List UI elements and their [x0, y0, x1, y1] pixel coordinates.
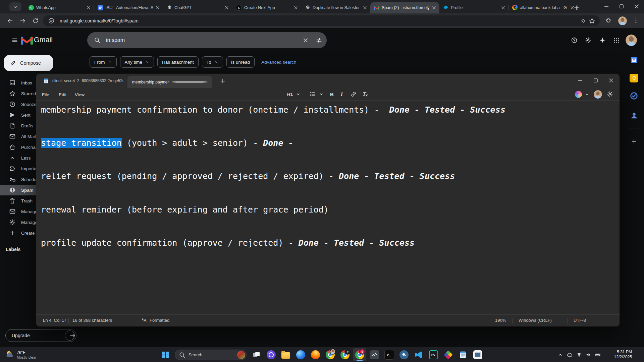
notepad-maximize-button[interactable] [588, 75, 603, 86]
notepad-account-button[interactable] [594, 90, 602, 98]
browser-tab-isij-automation-flows-s[interactable]: ISIJ - Automation/Flows S [94, 2, 163, 13]
tray-chevron-up-icon[interactable] [557, 352, 563, 358]
advanced-search-link[interactable]: Advanced search [261, 60, 296, 65]
menu-file[interactable]: File [39, 90, 52, 99]
weather-widget[interactable]: 76°F Mostly clear [2, 349, 40, 361]
notepad-tab-membership-active[interactable]: membership payment confirmation [127, 76, 212, 88]
taskbar-app-chrome-2-icon[interactable] [338, 348, 352, 361]
upgrade-button[interactable]: Upgrade [5, 329, 76, 342]
compose-button[interactable]: Compose [4, 55, 53, 71]
insert-link-button[interactable] [350, 90, 357, 98]
taskbar-app-file-explorer-icon[interactable] [279, 348, 292, 361]
clear-formatting-button[interactable] [362, 90, 368, 98]
notepad-close-button[interactable] [604, 75, 619, 86]
line-ending[interactable]: Windows (CRLF) [519, 318, 552, 323]
new-tab-button[interactable] [572, 3, 581, 12]
close-button[interactable] [629, 0, 644, 13]
bold-button[interactable]: B [330, 90, 334, 98]
taskbar-app-pycharm-icon[interactable]: PC [427, 348, 440, 361]
heading-style-button[interactable]: H1 [287, 90, 302, 98]
taskbar-app-screen-capture-icon[interactable] [471, 348, 484, 361]
browser-tab-duplicate-flow-in-salesfor[interactable]: Duplicate flow in Salesfor [301, 2, 370, 13]
clear-search-button[interactable] [300, 35, 311, 46]
filter-chip-any-time[interactable]: Any time [120, 56, 154, 68]
main-menu-button[interactable] [9, 34, 21, 46]
taskbar-app-video-app-icon[interactable] [264, 348, 278, 361]
site-info-button[interactable] [47, 16, 56, 25]
taskbar-app-chrome-1-icon[interactable] [323, 348, 337, 361]
filter-chip-from[interactable]: From [90, 56, 117, 68]
tray-battery-icon[interactable] [595, 352, 601, 358]
filter-chip-has-attachment[interactable]: Has attachment [157, 56, 199, 68]
encoding[interactable]: UTF-8 [574, 318, 586, 323]
browser-menu-button[interactable] [631, 16, 641, 25]
side-panel-contacts-button[interactable] [628, 110, 640, 122]
tab-search-button[interactable] [9, 2, 21, 11]
menu-edit[interactable]: Edit [56, 90, 69, 99]
browser-tab-create-next-app[interactable]: Create Next App [232, 2, 301, 13]
forward-button[interactable] [18, 16, 28, 25]
browser-tab-allahumma-barik-laha-g[interactable]: allahumma barik laha - G [508, 2, 578, 13]
clock-widget[interactable]: 5:31 PM 12/2/2025 [614, 350, 632, 360]
tab-close-button[interactable] [293, 5, 299, 10]
reading-mode-button[interactable] [579, 16, 588, 25]
browser-tab-chatgpt[interactable]: ChatGPT [163, 2, 232, 13]
google-apps-button[interactable] [610, 34, 623, 46]
search-input[interactable]: in:spam [106, 37, 300, 43]
support-button[interactable] [568, 34, 580, 46]
back-button[interactable] [5, 16, 15, 25]
address-bar[interactable]: mail.google.com/mail/u/0/?ogbl#spam [43, 15, 600, 26]
browser-tab-profile[interactable]: Profile [439, 2, 508, 13]
taskbar-app-terminal-icon[interactable]: >_ [382, 348, 396, 361]
minimize-button[interactable] [599, 0, 614, 13]
tray-cloud-icon[interactable] [567, 352, 573, 358]
notepad-titlebar[interactable]: client_secret_2_60053885332-2reqe52rrib … [36, 74, 620, 88]
tab-close-button[interactable] [224, 5, 229, 10]
copilot-button[interactable] [575, 90, 590, 98]
taskbar-app-vscode-icon[interactable] [412, 348, 425, 361]
taskbar-app-task-view-icon[interactable] [250, 348, 263, 361]
gmail-search-bar[interactable]: in:spam [87, 32, 327, 48]
browser-tab-spam-2-ishann-tforce[interactable]: Spam (2) - ishann.tforce@ [370, 2, 439, 13]
side-panel-keep-button[interactable] [628, 72, 640, 84]
notepad-new-tab-button[interactable] [219, 77, 227, 85]
menu-view[interactable]: View [72, 90, 88, 99]
italic-button[interactable]: I [341, 90, 343, 98]
tray-volume-icon[interactable] [586, 352, 591, 358]
account-button[interactable] [625, 34, 637, 46]
browser-profile-button[interactable] [618, 16, 627, 25]
notepad-settings-button[interactable] [606, 90, 613, 98]
list-style-button[interactable] [309, 90, 325, 98]
extensions-button[interactable] [604, 16, 613, 25]
side-panel-calendar-button[interactable]: 31 [628, 54, 640, 66]
gemini-button[interactable] [596, 34, 608, 46]
taskbar-search[interactable]: Search [175, 350, 247, 360]
bookmark-button[interactable] [588, 16, 596, 25]
taskbar-app-notepad-icon[interactable] [456, 348, 470, 361]
taskbar-app-edge-icon[interactable] [294, 348, 307, 361]
search-options-button[interactable] [313, 35, 325, 46]
reload-button[interactable] [31, 16, 40, 25]
tab-close-button[interactable] [362, 5, 368, 10]
tab-close-button[interactable] [155, 5, 160, 10]
taskbar-app-jetbrains-toolbox-icon[interactable] [441, 348, 455, 361]
taskbar-app-system-monitor-icon[interactable] [368, 348, 381, 361]
upgrade-arrow-button[interactable] [65, 330, 75, 341]
notepad-editor[interactable]: membership payment confirmation to donor… [36, 101, 620, 314]
start-button[interactable] [160, 349, 171, 361]
taskbar-app-chrome-3-icon[interactable]: S [353, 348, 366, 361]
taskbar-app-firefox-icon[interactable] [309, 348, 322, 361]
tray-wifi-icon[interactable] [576, 352, 582, 358]
tab-close-button[interactable] [431, 5, 437, 10]
side-panel-add-button[interactable] [628, 135, 640, 147]
notepad-tab-client-secret[interactable]: client_secret_2_60053885332-2reqe52rrib [52, 74, 124, 88]
browser-tab-whatsapp[interactable]: WhatsApp [25, 2, 94, 13]
filter-chip-to[interactable]: To [202, 56, 223, 68]
side-panel-tasks-button[interactable] [628, 90, 640, 103]
notepad-minimize-button[interactable] [573, 75, 588, 86]
zoom-level[interactable]: 190% [495, 318, 506, 323]
maximize-button[interactable] [614, 0, 629, 13]
taskbar-app-postgresql-icon[interactable] [397, 348, 411, 361]
settings-button[interactable] [582, 34, 594, 46]
filter-chip-is-unread[interactable]: Is unread [226, 56, 255, 68]
